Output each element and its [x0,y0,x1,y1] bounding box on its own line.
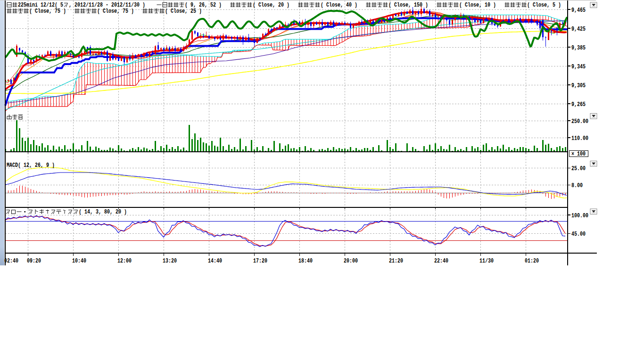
svg-text:( Close, 75 ): ( Close, 75 ) [97,8,134,15]
svg-text:20:00: 20:00 [344,257,358,264]
svg-text:9,465: 9,465 [571,7,586,14]
svg-text:( Close, 40 ): ( Close, 40 ) [321,1,357,8]
svg-text:12:00: 12:00 [117,257,132,264]
svg-text:9,305: 9,305 [571,82,586,89]
svg-text:9,425: 9,425 [571,25,586,33]
svg-text:22:40: 22:40 [434,257,448,264]
svg-text:( Close, 20 ): ( Close, 20 ) [253,1,289,8]
svg-text:( Close, 25 ): ( Close, 25 ) [165,8,202,15]
svg-text:( Close, 10 ): ( Close, 10 ) [459,1,496,8]
svg-text:17:20: 17:20 [253,257,267,264]
svg-text:14:40: 14:40 [208,257,222,264]
svg-text:18:40: 18:40 [298,257,313,264]
svg-text:13:20: 13:20 [163,257,177,264]
svg-text:8.00: 8.00 [571,182,583,189]
svg-text:( Close, 5 ): ( Close, 5 ) [527,1,561,8]
svg-text:( Close, 150 ): ( Close, 150 ) [388,1,428,8]
svg-text:25.00: 25.00 [571,165,586,172]
svg-text:01:20: 01:20 [525,257,539,264]
svg-text:11/30: 11/30 [479,257,494,264]
svg-text:45.00: 45.00 [571,230,586,238]
svg-text:9,345: 9,345 [571,63,586,70]
svg-text:110.00: 110.00 [571,135,588,142]
svg-text:21:20: 21:20 [389,257,403,264]
svg-text:9,265: 9,265 [571,101,586,108]
svg-text:MACD( 12, 26, 9 ): MACD( 12, 26, 9 ) [7,162,55,169]
svg-text:( 14, 3, 80, 20 ): ( 14, 3, 80, 20 ) [79,208,127,215]
svg-text:09:20: 09:20 [27,257,41,264]
svg-text:100.00: 100.00 [571,212,588,219]
svg-text:( Close, 75 ): ( Close, 75 ) [29,8,66,15]
svg-text:250.00: 250.00 [571,118,588,125]
svg-text:10:40: 10:40 [72,257,86,264]
svg-text:02:40: 02:40 [4,257,18,264]
svg-text:9,385: 9,385 [571,44,586,51]
svg-text:× 100: × 100 [571,151,586,157]
